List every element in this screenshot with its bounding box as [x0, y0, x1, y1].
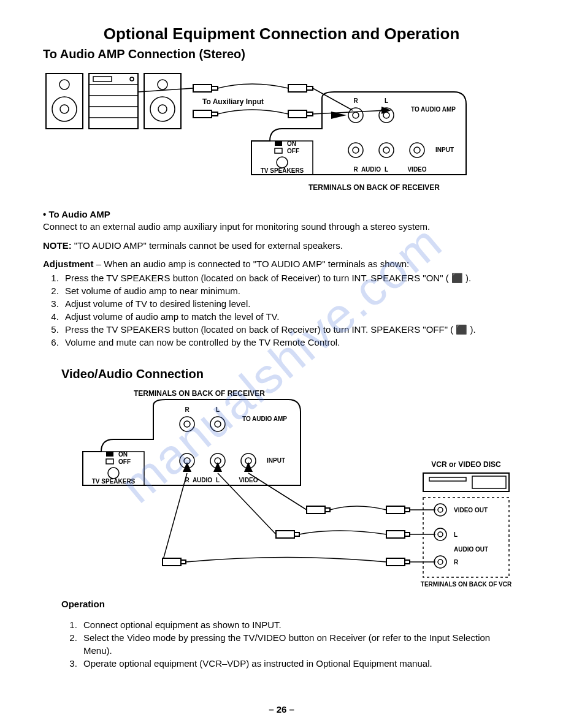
list-item: Volume and mute can now be controlled by… — [61, 336, 520, 349]
diagram2-caption-top: TERMINALS ON BACK OF RECEIVER — [134, 389, 265, 398]
section1-adjustment: Adjustment – When an audio amp is connec… — [43, 258, 520, 270]
diagram-audio-amp: To Auxiliary Input ON OFF TV SPEAKERS R … — [43, 67, 472, 208]
page-number: – 26 – — [0, 704, 563, 715]
section1-note: NOTE: "TO AUDIO AMP" terminals cannot be… — [43, 240, 520, 252]
receiver-panel-icon: ON OFF TV SPEAKERS R L TO AUDIO AMP INPU… — [251, 92, 466, 175]
svg-rect-20 — [212, 112, 218, 116]
amp-stack-icon — [89, 74, 138, 129]
svg-text:R: R — [185, 406, 190, 413]
svg-rect-16 — [212, 86, 218, 90]
svg-rect-90 — [386, 531, 405, 538]
svg-marker-79 — [213, 462, 222, 472]
cable-top-icon — [193, 84, 313, 92]
svg-line-81 — [248, 473, 307, 510]
list-item: Select the Video mode by pressing the TV… — [80, 631, 520, 657]
svg-point-58 — [108, 468, 119, 479]
svg-point-32 — [277, 157, 288, 168]
list-item: Press the TV SPEAKERS button (located on… — [61, 323, 520, 336]
svg-text:TO AUDIO AMP: TO AUDIO AMP — [411, 106, 456, 113]
svg-point-63 — [215, 421, 221, 427]
svg-rect-85 — [405, 508, 410, 512]
svg-text:VIDEO: VIDEO — [407, 166, 426, 173]
svg-point-105 — [434, 528, 446, 540]
svg-rect-56 — [106, 452, 113, 457]
svg-rect-89 — [294, 533, 299, 536]
cable-1-icon — [248, 473, 435, 514]
svg-point-47 — [414, 147, 420, 153]
speaker-right-icon — [144, 74, 181, 129]
speaker-left-icon — [46, 74, 83, 129]
svg-text:TV SPEAKERS: TV SPEAKERS — [92, 478, 136, 485]
svg-text:R: R — [454, 559, 459, 566]
svg-rect-96 — [386, 558, 405, 566]
svg-rect-57 — [106, 459, 113, 464]
list-item: Operate optional equipment (VCR–VDP) as … — [80, 657, 520, 670]
svg-rect-88 — [276, 531, 294, 538]
svg-point-102 — [434, 504, 446, 516]
svg-text:L: L — [385, 166, 388, 173]
svg-rect-97 — [405, 560, 410, 564]
svg-text:L: L — [216, 406, 220, 413]
svg-point-45 — [383, 147, 389, 153]
svg-point-103 — [438, 507, 443, 512]
svg-rect-0 — [46, 74, 83, 129]
svg-point-42 — [348, 143, 363, 157]
svg-rect-91 — [405, 533, 410, 536]
svg-text:R: R — [353, 166, 358, 173]
section2-steps: Connect optional equipment as shown to I… — [61, 618, 520, 670]
svg-point-43 — [353, 147, 359, 153]
list-item: Set volume of audio amp to near minimum. — [61, 284, 520, 297]
section2-op-heading: Operation — [61, 599, 520, 609]
svg-line-93 — [163, 473, 187, 562]
svg-point-109 — [434, 556, 446, 568]
svg-rect-21 — [288, 110, 307, 118]
receiver-panel-icon: ON OFF TV SPEAKERS R L TO AUDIO AMP INPU… — [83, 400, 301, 485]
svg-text:INPUT: INPUT — [435, 146, 454, 153]
svg-text:L: L — [385, 97, 388, 104]
svg-rect-83 — [325, 508, 330, 512]
svg-rect-95 — [181, 560, 186, 564]
svg-text:ON: ON — [287, 140, 296, 147]
svg-text:INPUT: INPUT — [267, 457, 285, 464]
svg-text:TV SPEAKERS: TV SPEAKERS — [261, 167, 304, 174]
svg-marker-78 — [183, 462, 191, 472]
svg-text:VIDEO OUT: VIDEO OUT — [454, 507, 488, 514]
svg-text:L: L — [454, 531, 458, 538]
svg-point-46 — [410, 143, 424, 157]
section1-heading: To Audio AMP Connection (Stereo) — [43, 47, 520, 61]
cable-bottom-icon — [193, 110, 313, 118]
section2-heading: Video/Audio Connection — [61, 367, 520, 381]
svg-rect-82 — [307, 506, 325, 514]
list-item: Press the TV SPEAKERS button (located on… — [61, 271, 520, 284]
section1-bullet: • To Audio AMP Connect to an external au… — [43, 208, 520, 233]
list-item: Adjust volume of TV to desired listening… — [61, 297, 520, 310]
diagram-aux-label: To Auxiliary Input — [202, 97, 264, 106]
svg-rect-31 — [275, 148, 282, 153]
svg-point-35 — [353, 112, 359, 118]
svg-text:OFF: OFF — [118, 458, 131, 465]
svg-text:R: R — [353, 97, 358, 104]
svg-text:TO AUDIO AMP: TO AUDIO AMP — [242, 415, 287, 422]
vcr-device-icon — [423, 473, 509, 491]
svg-point-61 — [184, 421, 190, 427]
svg-text:AUDIO: AUDIO — [361, 166, 381, 173]
vcr-title-label: VCR or VIDEO DISC — [431, 460, 501, 469]
svg-point-62 — [210, 417, 225, 431]
svg-rect-15 — [193, 85, 212, 92]
svg-point-110 — [438, 559, 443, 564]
svg-text:AUDIO OUT: AUDIO OUT — [454, 546, 488, 553]
svg-text:AUDIO: AUDIO — [193, 477, 212, 483]
svg-rect-19 — [193, 110, 212, 118]
page-title: Optional Equipment Connection and Operat… — [43, 25, 520, 44]
svg-rect-30 — [275, 141, 282, 146]
cable-3-icon — [163, 473, 435, 566]
svg-rect-84 — [386, 506, 405, 514]
svg-point-60 — [180, 417, 194, 431]
list-item: Adjust volume of audio amp to match the … — [61, 310, 520, 323]
svg-rect-17 — [288, 85, 307, 92]
section1-steps: Press the TV SPEAKERS button (located on… — [43, 271, 520, 349]
svg-text:ON: ON — [118, 451, 128, 458]
svg-rect-94 — [163, 558, 181, 566]
svg-marker-80 — [244, 462, 253, 472]
diagram2-caption-bottom: TERMINALS ON BACK OF VCR — [421, 581, 512, 588]
